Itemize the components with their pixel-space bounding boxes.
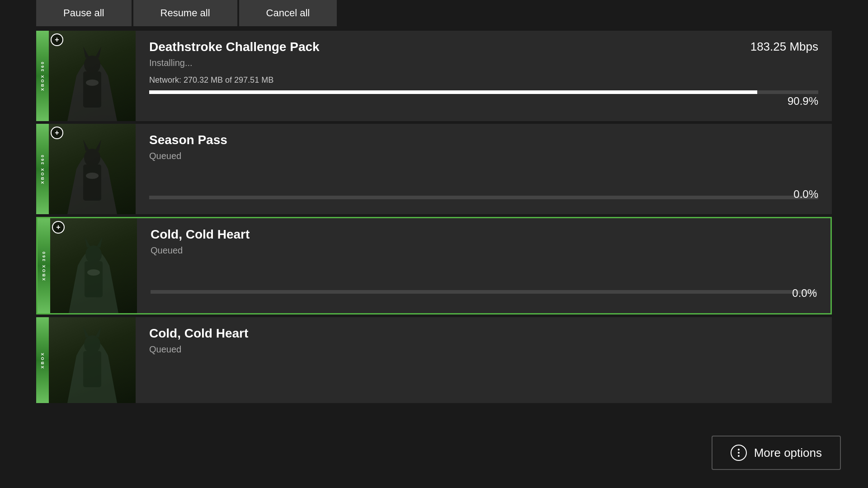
item-status-season-pass: Queued [149,151,818,161]
batman-silhouette-2 [63,133,122,214]
item-title-cold-heart-1: Cold, Cold Heart [151,227,817,242]
svg-point-5 [86,173,99,179]
svg-point-1 [84,56,100,74]
more-options-button[interactable]: More options [712,436,841,470]
item-title-season-pass: Season Pass [149,133,818,147]
xbox360-label-2: XBOX 360 [40,154,45,184]
progress-bar-cold-heart-1 [151,290,817,294]
progress-bar-deathstroke [149,90,818,94]
pause-all-button[interactable]: Pause all [36,0,132,26]
more-options-label: More options [754,446,822,460]
download-list: XBOX 360 [0,31,868,403]
xbox360-label-4: XBOX [40,352,45,369]
download-item-cold-heart-2[interactable]: XBOX Cold, Cold Heart Queued [36,317,832,403]
add-icon-season-pass: + [51,127,63,139]
dots-icon [738,449,740,457]
item-speed-deathstroke: 183.25 Mbps [750,40,818,54]
svg-rect-3 [83,164,101,201]
xbox360-label: XBOX 360 [40,61,45,91]
item-status-deathstroke: Installing... [149,58,818,68]
thumbnail-season-pass: XBOX 360 + [36,124,136,214]
item-percent-deathstroke: 90.9% [788,95,818,108]
batman-silhouette-1 [63,40,122,121]
batman-silhouette-3 [64,230,123,313]
more-options-icon [731,445,747,461]
svg-rect-0 [83,71,101,108]
item-percent-cold-heart-1: 0.0% [792,287,817,300]
item-percent-season-pass: 0.0% [793,188,818,201]
add-icon-cold-heart-1: + [52,221,65,234]
thumbnail-cold-heart-2: XBOX [36,317,136,403]
svg-point-7 [85,245,102,263]
progress-bar-season-pass [149,196,818,199]
svg-rect-9 [83,351,101,387]
download-item-deathstroke[interactable]: XBOX 360 [36,31,832,121]
svg-point-2 [86,80,99,86]
svg-point-10 [84,335,100,353]
cancel-all-button[interactable]: Cancel all [239,0,337,26]
thumbnail-cold-heart-1: XBOX 360 + [38,218,137,313]
item-network-deathstroke: Network: 270.32 MB of 297.51 MB [149,75,818,85]
item-title-deathstroke: Deathstroke Challenge Pack [149,40,818,54]
xbox360-label-3: XBOX 360 [42,250,46,281]
batman-silhouette-4 [63,319,122,403]
add-icon-deathstroke: + [51,33,63,46]
top-bar: Pause all Resume all Cancel all [0,0,868,26]
download-item-cold-heart-1[interactable]: XBOX 360 + Cold, Cold Heart Queue [36,217,832,314]
download-item-season-pass[interactable]: XBOX 360 + Season Pass Queued [36,124,832,214]
thumbnail-deathstroke: XBOX 360 [36,31,136,121]
item-status-cold-heart-1: Queued [151,245,817,256]
resume-all-button[interactable]: Resume all [133,0,237,26]
svg-point-4 [84,149,100,167]
svg-rect-6 [85,261,103,297]
svg-point-8 [87,269,100,276]
item-title-cold-heart-2: Cold, Cold Heart [149,326,818,341]
item-status-cold-heart-2: Queued [149,344,818,355]
